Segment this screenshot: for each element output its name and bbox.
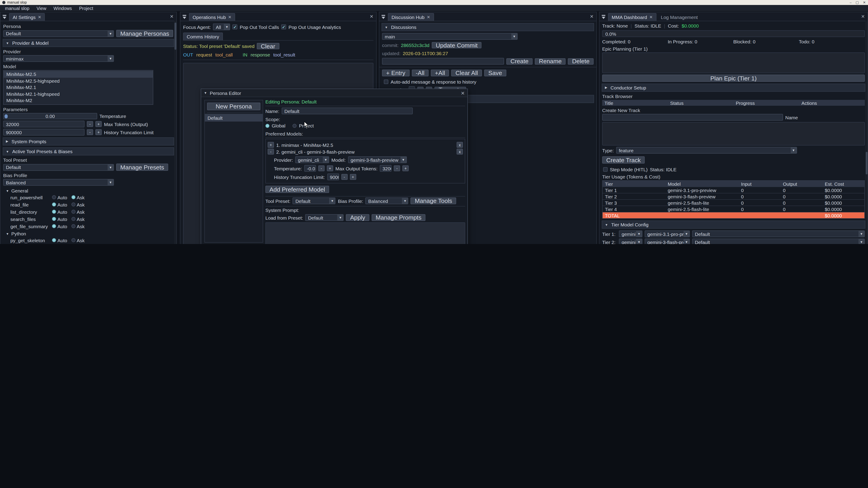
close-icon[interactable]: ✕ [461,90,465,96]
close-icon[interactable]: ✕ [863,0,866,4]
scope-global-radio[interactable] [266,124,270,128]
ask-radio[interactable] [71,195,75,199]
decrement-button[interactable]: - [87,121,93,127]
focus-agent-select[interactable]: All ▼ [213,24,230,30]
plan-epic-button[interactable]: Plan Epic (Tier 1) [602,74,865,82]
history-entry-button[interactable]: + Entry [382,70,409,76]
track-description-textarea[interactable] [602,122,865,145]
minimize-icon[interactable]: – [850,0,851,4]
tab-close-icon[interactable]: ✕ [38,15,41,20]
track-name-input[interactable] [602,114,783,121]
decrement-button[interactable]: - [341,174,347,180]
bias-profile-select[interactable]: Balanced ▼ [3,179,114,186]
increment-button[interactable]: + [327,165,333,171]
decrement-button[interactable]: - [87,129,93,135]
persona-name-input[interactable]: Default [282,107,413,114]
panel-close-icon[interactable]: ✕ [370,14,373,19]
history-entry-button[interactable]: Save [484,70,506,76]
increment-button[interactable]: + [95,121,102,127]
active-presets-header[interactable]: ▼ Active Tool Presets & Biases [3,147,174,156]
tier-provider-select[interactable]: gemini ▼ [619,230,643,237]
create-discussion-button[interactable]: Create [506,58,532,64]
history-entry-button[interactable]: +All [431,70,449,76]
provider-select[interactable]: gemini_cli ▼ [295,156,329,163]
model-option[interactable]: MiniMax-M2 [4,97,153,104]
increment-button[interactable]: + [350,174,356,180]
ask-radio[interactable] [71,217,75,221]
auto-radio[interactable] [52,195,56,199]
reorder-model-button[interactable]: - [268,149,274,155]
maximize-icon[interactable]: ▢ [856,0,859,4]
epic-planning-textarea[interactable] [602,53,865,73]
manage-prompts-button[interactable]: Manage Prompts [372,214,426,221]
step-mode-checkbox[interactable] [603,167,608,172]
tab-close-icon[interactable]: ✕ [649,15,653,20]
menu-item[interactable]: Windows [54,6,72,11]
system-prompts-header[interactable]: ▶ System Prompts [3,137,174,145]
temperature-input[interactable]: -0.0 [304,165,316,172]
tier-preset-select[interactable]: Default ▼ [692,230,865,237]
conductor-setup-header[interactable]: ▶ Conductor Setup [602,84,865,92]
decrement-button[interactable]: - [394,165,400,171]
persona-list-item[interactable]: Default [205,114,263,122]
model-option[interactable]: MiniMax-M2.1 [4,84,153,91]
remove-model-button[interactable]: x [457,149,463,155]
ask-radio[interactable] [71,238,75,242]
create-track-button[interactable]: Create Track [602,156,645,164]
clear-status-button[interactable]: Clear [257,43,279,49]
reorder-model-button[interactable]: + [268,142,274,148]
panel-menu-icon[interactable] [601,14,606,20]
tool-preset-select[interactable]: Default ▼ [3,164,114,170]
max-tokens-input[interactable]: 32000 [3,121,85,127]
menu-item[interactable]: View [37,6,46,11]
panel-close-icon[interactable]: ✕ [590,14,594,19]
panel-menu-icon[interactable] [182,14,187,20]
increment-button[interactable]: + [402,165,409,171]
ask-radio[interactable] [71,224,75,228]
bias-profile-select[interactable]: Balanced ▼ [366,197,408,204]
panel-close-icon[interactable]: ✕ [861,14,865,19]
track-type-select[interactable]: feature ▼ [616,147,797,154]
rename-discussion-button[interactable]: Rename [535,58,566,64]
persona-select[interactable]: Default ▼ [3,30,114,37]
tab-operations-hub[interactable]: Operations Hub✕ [189,13,235,21]
load-preset-select[interactable]: Default ▼ [305,214,344,221]
discussion-select[interactable]: main ▼ [382,33,518,40]
tab-log-management[interactable]: Log Management [657,13,702,21]
history-limit-input[interactable]: 900000 [3,129,85,135]
auto-radio[interactable] [52,217,56,221]
system-prompt-textarea[interactable] [266,222,465,244]
model-select[interactable]: gemini-3-flash-preview ▼ [348,156,407,163]
new-persona-button[interactable]: New Persona [207,103,260,110]
auto-radio[interactable] [52,238,56,242]
provider-select[interactable]: minimax ▼ [3,55,114,62]
manage-presets-button[interactable]: Manage Presets [116,164,168,171]
temperature-slider[interactable]: 0.00 [3,113,97,119]
max-output-input[interactable]: 32000 [380,165,392,172]
menu-item[interactable]: manual slop [5,6,29,11]
manage-tools-button[interactable]: Manage Tools [411,197,456,204]
apply-button[interactable]: Apply [346,214,369,221]
ask-radio[interactable] [71,202,75,206]
add-preferred-model-button[interactable]: Add Preferred Model [266,186,329,193]
panel-close-icon[interactable]: ✕ [170,14,174,19]
model-option[interactable]: MiniMax-M2.1-highspeed [4,91,153,97]
auto-radio[interactable] [52,224,56,228]
discussion-name-input[interactable] [382,58,504,65]
persona-editor-titlebar[interactable]: ▼ Persona Editor ✕ [201,89,467,97]
update-commit-button[interactable]: Update Commit [432,42,482,48]
tier-preset-select[interactable]: Default ▼ [692,238,865,244]
menu-item[interactable]: Project [79,6,93,11]
auto-radio[interactable] [52,210,56,214]
increment-button[interactable]: + [95,129,102,135]
history-limit-input[interactable]: 900000 [327,173,339,180]
panel-menu-icon[interactable] [2,14,7,20]
provider-model-header[interactable]: ▼ Provider & Model [3,39,174,47]
pop-out-tool-calls-checkbox[interactable] [232,24,238,29]
panel-menu-icon[interactable] [381,14,386,20]
decrement-button[interactable]: - [318,165,324,171]
category-general[interactable]: ▼General [6,188,174,193]
tier-model-select[interactable]: gemini-3.1-pro-preview ▼ [645,230,690,237]
tab-close-icon[interactable]: ✕ [427,15,430,20]
history-entry-button[interactable]: -All [412,70,429,76]
